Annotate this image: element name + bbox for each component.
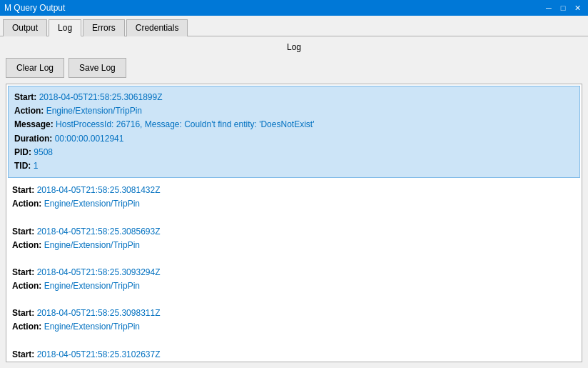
field-label: Duration:: [14, 134, 52, 144]
clear-log-button[interactable]: Clear Log: [6, 58, 64, 78]
log-entry[interactable]: Start: 2018-04-05T21:58:25.3085693ZActio…: [6, 221, 582, 257]
content-area: Log Clear Log Save Log Start: 2018-04-05…: [0, 36, 588, 368]
field-value: Engine/Extension/TripPin: [44, 281, 140, 291]
field-value: Engine/Extension/TripPin: [46, 106, 142, 116]
tab-log[interactable]: Log: [49, 19, 81, 36]
close-button[interactable]: ✕: [571, 2, 584, 14]
field-value: HostProcessId: 26716, Message: Couldn't …: [56, 119, 314, 129]
field-value: 00:00:00.0012941: [55, 134, 124, 144]
log-title: Log: [6, 42, 582, 52]
field-label: PID:: [14, 147, 31, 157]
field-value: 2018-04-05T21:58:25.3098311Z: [37, 308, 161, 318]
log-container[interactable]: Start: 2018-04-05T21:58:25.3061899ZActio…: [6, 84, 582, 362]
field-label: Start:: [12, 267, 34, 277]
button-row: Clear Log Save Log: [6, 58, 582, 78]
minimize-button[interactable]: ─: [542, 2, 555, 14]
log-entry[interactable]: Start: 2018-04-05T21:58:25.3093294ZActio…: [6, 262, 582, 298]
field-label: Action:: [12, 240, 41, 250]
field-label: Start:: [12, 185, 34, 195]
field-label: Action:: [12, 281, 41, 291]
field-value: 2018-04-05T21:58:25.3081432Z: [37, 185, 161, 195]
title-bar: M Query Output ─ □ ✕: [0, 0, 588, 16]
main-container: Output Log Errors Credentials Log Clear …: [0, 16, 588, 368]
field-value: 1: [34, 161, 39, 171]
field-label: Start:: [12, 308, 34, 318]
log-entry[interactable]: Start: 2018-04-05T21:58:25.3102637ZActio…: [6, 344, 582, 362]
field-label: Start:: [12, 227, 34, 237]
log-entry[interactable]: Start: 2018-04-05T21:58:25.3081432ZActio…: [6, 179, 582, 216]
field-label: Start:: [12, 349, 34, 359]
field-label: Action:: [12, 199, 41, 209]
maximize-button[interactable]: □: [557, 2, 569, 14]
window-controls: ─ □ ✕: [542, 2, 584, 14]
field-label: TID:: [14, 161, 31, 171]
field-value: Engine/Extension/TripPin: [44, 240, 140, 250]
field-value: 2018-04-05T21:58:25.3061899Z: [39, 92, 163, 102]
field-value: 2018-04-05T21:58:25.3085693Z: [37, 227, 161, 237]
field-value: Engine/Extension/TripPin: [44, 199, 140, 209]
tab-bar: Output Log Errors Credentials: [0, 16, 588, 36]
field-label: Message:: [14, 119, 54, 129]
tab-credentials[interactable]: Credentials: [126, 19, 188, 36]
field-label: Action:: [12, 322, 41, 332]
window-title: M Query Output: [4, 3, 65, 13]
log-entry[interactable]: Start: 2018-04-05T21:58:25.3061899ZActio…: [8, 86, 580, 178]
save-log-button[interactable]: Save Log: [69, 58, 126, 78]
log-entry[interactable]: Start: 2018-04-05T21:58:25.3098311ZActio…: [6, 302, 582, 339]
field-value: 2018-04-05T21:58:25.3093294Z: [37, 267, 161, 277]
field-value: Engine/Extension/TripPin: [44, 322, 140, 332]
field-label: Start:: [14, 92, 36, 102]
field-value: 2018-04-05T21:58:25.3102637Z: [37, 349, 161, 359]
field-value: 9508: [34, 147, 53, 157]
tab-errors[interactable]: Errors: [83, 19, 125, 36]
field-label: Action:: [14, 106, 44, 116]
tab-output[interactable]: Output: [3, 19, 47, 36]
